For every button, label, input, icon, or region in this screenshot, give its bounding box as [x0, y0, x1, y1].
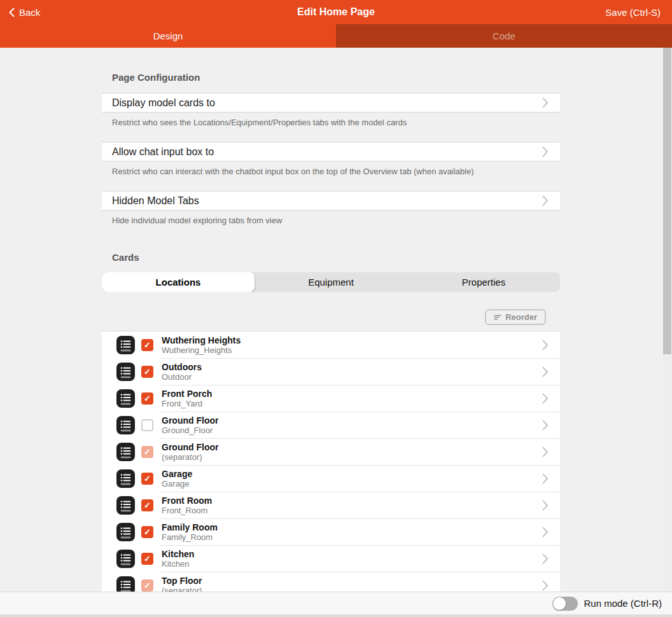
visibility-checkbox[interactable]: ✓	[141, 392, 153, 405]
visibility-checkbox[interactable]: ✓	[141, 339, 153, 351]
card-title: Ground Floor	[162, 442, 542, 452]
card-title: Ground Floor	[162, 415, 542, 426]
visibility-checkbox[interactable]: ✓	[141, 473, 153, 485]
list-card-icon[interactable]	[116, 363, 135, 381]
list-card-icon[interactable]	[116, 443, 135, 461]
reorder-button[interactable]: Reorder	[485, 309, 546, 325]
card-subtitle: Wuthering_Heights	[162, 345, 542, 355]
card-subtitle: Front_Room	[162, 506, 542, 515]
list-card-icon[interactable]	[116, 496, 135, 515]
checkmark-icon: ✓	[144, 475, 151, 483]
config-row-label: Hidden Model Tabs	[112, 195, 199, 207]
sort-lines-icon	[494, 314, 501, 321]
tab-code[interactable]: Code	[336, 24, 672, 48]
card-text: Top Floor (separator)	[162, 576, 542, 592]
card-row[interactable]: ✓ Front Porch Front_Yard	[102, 385, 560, 412]
card-row[interactable]: ✓ Ground Floor (separator)	[102, 438, 560, 465]
list-card-icon[interactable]	[116, 336, 135, 354]
chevron-right-icon	[542, 366, 549, 377]
visibility-checkbox[interactable]: ✓	[141, 499, 153, 511]
list-card-icon[interactable]	[116, 469, 135, 488]
card-row[interactable]: ✓ Garage Garage	[102, 465, 560, 492]
tab-properties[interactable]: Properties	[407, 272, 560, 292]
card-title: Outdoors	[162, 362, 542, 372]
chevron-right-icon	[542, 447, 549, 457]
card-title: Garage	[162, 469, 542, 479]
chevron-right-icon	[542, 146, 549, 157]
reorder-label: Reorder	[505, 312, 537, 322]
card-row[interactable]: ✓ Top Floor (separator)	[102, 572, 560, 592]
card-title: Family Room	[162, 522, 542, 532]
card-text: Ground Floor Ground_Floor	[162, 415, 542, 435]
checkmark-icon: ✓	[144, 581, 151, 590]
back-button[interactable]: Back	[0, 7, 40, 18]
chevron-right-icon	[542, 500, 549, 511]
visibility-checkbox[interactable]: ✓	[141, 366, 153, 378]
list-card-icon[interactable]	[116, 389, 135, 408]
checkmark-icon: ✓	[144, 368, 151, 376]
config-item: Hidden Model Tabs Hide individual model …	[102, 191, 560, 225]
card-row[interactable]: ✓ Family Room Family_Room	[102, 518, 560, 545]
scrollbar-track[interactable]	[663, 48, 671, 592]
visibility-checkbox[interactable]: ✓	[141, 526, 153, 538]
card-subtitle: Kitchen	[162, 559, 542, 569]
list-card-icon[interactable]	[116, 576, 135, 592]
visibility-checkbox[interactable]: ✓	[141, 419, 153, 431]
checkmark-icon: ✓	[144, 501, 151, 510]
card-subtitle: Family_Room	[162, 532, 542, 542]
checkmark-icon: ✓	[144, 341, 151, 349]
run-mode-toggle[interactable]	[552, 597, 578, 611]
list-card-icon[interactable]	[116, 523, 135, 541]
card-title: Front Porch	[162, 389, 542, 399]
config-row-label: Display model cards to	[112, 97, 215, 109]
save-button[interactable]: Save (Ctrl-S)	[605, 7, 672, 18]
visibility-checkbox[interactable]: ✓	[141, 579, 153, 592]
card-row[interactable]: ✓ Ground Floor Ground_Floor	[102, 412, 560, 438]
card-row[interactable]: ✓ Kitchen Kitchen	[102, 545, 560, 572]
card-subtitle: Front_Yard	[162, 399, 542, 408]
card-text: Front Porch Front_Yard	[162, 389, 542, 408]
back-chevron-icon	[9, 8, 15, 17]
card-title: Kitchen	[162, 549, 542, 559]
config-row[interactable]: Allow chat input box to	[102, 142, 560, 162]
reorder-row: Reorder	[102, 309, 546, 325]
checkmark-icon: ✓	[144, 394, 151, 403]
card-subtitle: Outdoor	[162, 372, 542, 382]
chevron-right-icon	[542, 473, 549, 484]
section-heading-cards: Cards	[112, 252, 550, 263]
card-title: Top Floor	[162, 576, 542, 586]
top-navbar: Back Edit Home Page Save (Ctrl-S)	[0, 0, 672, 24]
config-item: Display model cards to Restrict who sees…	[102, 93, 560, 127]
card-row[interactable]: ✓ Wuthering Heights Wuthering_Heights	[102, 331, 560, 358]
chevron-right-icon	[542, 420, 549, 431]
card-subtitle: (separator)	[162, 452, 542, 462]
card-row[interactable]: ✓ Outdoors Outdoor	[102, 358, 560, 385]
config-row-description: Hide individual model exploring tabs fro…	[112, 216, 550, 225]
config-row-description: Restrict who can interact with the chatb…	[112, 167, 550, 176]
card-subtitle: (separator)	[162, 586, 542, 592]
list-card-icon[interactable]	[116, 416, 135, 434]
config-row[interactable]: Display model cards to	[102, 93, 560, 113]
config-row-label: Allow chat input box to	[112, 146, 214, 158]
card-row[interactable]: ✓ Front Room Front_Room	[102, 492, 560, 518]
scrollbar-thumb[interactable]	[663, 48, 671, 354]
chevron-right-icon	[542, 340, 549, 350]
card-subtitle: Ground_Floor	[162, 426, 542, 435]
chevron-right-icon	[542, 527, 549, 537]
list-card-icon[interactable]	[116, 550, 135, 568]
visibility-checkbox[interactable]: ✓	[141, 553, 153, 565]
card-text: Outdoors Outdoor	[162, 362, 542, 382]
card-text: Wuthering Heights Wuthering_Heights	[162, 335, 542, 355]
bottom-toolbar: Run mode (Ctrl-R)	[0, 592, 672, 614]
tab-design[interactable]: Design	[0, 24, 336, 48]
config-row-description: Restrict who sees the Locations/Equipmen…	[112, 118, 550, 127]
content-area: Page Configuration Display model cards t…	[0, 48, 672, 592]
tab-locations[interactable]: Locations	[102, 272, 255, 292]
visibility-checkbox[interactable]: ✓	[141, 446, 153, 458]
page-title: Edit Home Page	[0, 6, 672, 18]
tab-equipment[interactable]: Equipment	[255, 272, 407, 292]
card-text: Family Room Family_Room	[162, 522, 542, 542]
config-row[interactable]: Hidden Model Tabs	[102, 191, 560, 211]
cards-tab-segmented-control: Locations Equipment Properties	[102, 272, 560, 292]
editor-tabbar: Design Code	[0, 24, 672, 48]
